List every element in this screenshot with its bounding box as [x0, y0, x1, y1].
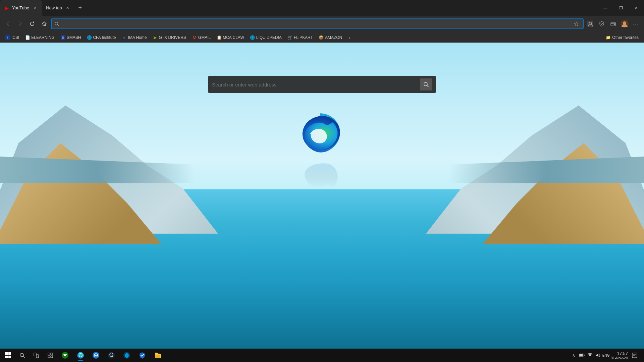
ima-label: IMA Home — [128, 35, 147, 40]
bookmark-liquidpedia[interactable]: 🌐 LIQUIDPEDIA — [248, 33, 284, 42]
task-view-button[interactable] — [30, 349, 43, 362]
taskbar-search-button[interactable] — [15, 349, 29, 362]
taskbar-xbox[interactable] — [58, 349, 72, 362]
steam-icon — [108, 352, 115, 359]
language-icon[interactable]: ENG — [603, 352, 609, 359]
taskbar-steam[interactable] — [104, 349, 119, 362]
xbox-icon — [61, 352, 69, 359]
mca-label: MCA CLAW — [223, 35, 244, 40]
notification-button[interactable] — [629, 349, 640, 362]
address-bar-container[interactable] — [51, 18, 584, 29]
page-search-bar — [208, 76, 436, 93]
svg-marker-2 — [574, 22, 578, 26]
tab-youtube[interactable]: ▶ YouTube ✕ — [0, 0, 42, 16]
flipkart-icon: 🛒 — [288, 35, 292, 40]
svg-line-1 — [58, 25, 59, 26]
gtx-icon: ▶ — [153, 35, 157, 40]
bookmark-amazon[interactable]: 📦 AMAZON — [316, 33, 345, 42]
smash-icon: S — [61, 35, 65, 40]
widgets-button[interactable] — [44, 349, 57, 362]
address-actions — [572, 20, 580, 28]
tab-youtube-close[interactable]: ✕ — [32, 5, 38, 11]
taskbar-files[interactable] — [150, 349, 165, 362]
taskbar-edge[interactable] — [73, 349, 88, 362]
svg-line-17 — [23, 356, 24, 358]
bookmarks-overflow-button[interactable]: › — [345, 33, 354, 42]
svg-rect-34 — [584, 355, 584, 356]
bookmark-cfa[interactable]: 🌐 CFA Institute — [84, 33, 118, 42]
taskbar-battlenet[interactable] — [119, 349, 134, 362]
other-favorites-button[interactable]: 📁 Other favorites — [603, 33, 641, 42]
gmail-label: GMAIL — [198, 35, 211, 40]
maximize-button[interactable]: ❐ — [613, 3, 629, 13]
bookmark-gmail[interactable]: M GMAIL — [190, 33, 213, 42]
cfa-label: CFA Institute — [93, 35, 116, 40]
search-icon — [54, 21, 59, 26]
wallet-button[interactable] — [608, 18, 619, 29]
clock-date: 01-Nov-20 — [611, 356, 628, 360]
svg-rect-32 — [155, 355, 160, 358]
bookmark-ima[interactable]: ● IMA Home — [119, 33, 149, 42]
edge-logo-wrap — [295, 110, 349, 167]
forward-button[interactable] — [15, 18, 25, 29]
cfa-icon: 🌐 — [87, 35, 92, 40]
gtx-label: GTX DRIVERS — [159, 35, 186, 40]
cortana-icon — [92, 352, 100, 359]
new-tab-button[interactable]: + — [75, 3, 86, 13]
close-button[interactable]: ✕ — [629, 3, 644, 13]
taskbar: ∧ ENG 17:57 01-No — [0, 349, 644, 362]
taskbar-cortana[interactable] — [89, 349, 103, 362]
other-favorites-label: Other favorites — [612, 35, 639, 40]
address-input[interactable] — [62, 21, 570, 26]
back-button[interactable] — [3, 18, 13, 29]
tab-newtab[interactable]: New tab ✕ — [42, 0, 75, 16]
bookmark-gtx[interactable]: ▶ GTX DRIVERS — [150, 33, 189, 42]
svg-rect-19 — [36, 355, 39, 358]
system-tray-expand[interactable]: ∧ — [571, 352, 577, 359]
taskbar-right: ∧ ENG 17:57 01-No — [571, 349, 643, 362]
bookmarks-bar: I ICSI 📄 ELEARNING S SMASH 🌐 CFA Institu… — [0, 32, 644, 43]
start-button[interactable] — [1, 349, 15, 362]
bookmark-flipkart[interactable]: 🛒 FLIPKART — [285, 33, 316, 42]
liquidpedia-label: LIQUIDPEDIA — [256, 35, 282, 40]
tab-newtab-close[interactable]: ✕ — [65, 5, 71, 11]
minimize-button[interactable]: — — [598, 3, 613, 13]
amazon-label: AMAZON — [325, 35, 342, 40]
amazon-icon: 📦 — [319, 35, 324, 40]
volume-icon[interactable] — [595, 352, 601, 359]
home-button[interactable] — [39, 18, 50, 29]
bookmark-smash[interactable]: S SMASH — [58, 33, 84, 42]
battery-icon[interactable] — [579, 352, 585, 359]
wifi-indicator — [587, 353, 593, 358]
page-search-button[interactable] — [420, 78, 432, 90]
svg-rect-12 — [5, 352, 8, 355]
battlenet-icon — [123, 352, 130, 359]
bookmark-icsi[interactable]: I ICSI — [3, 33, 22, 42]
page-search-icon — [423, 82, 429, 87]
svg-point-28 — [95, 355, 97, 356]
smash-label: SMASH — [67, 35, 81, 40]
svg-point-25 — [77, 352, 84, 359]
avatar-button[interactable] — [619, 18, 630, 29]
titlebar: ▶ YouTube ✕ New tab ✕ + — ❐ ✕ — [0, 0, 644, 16]
svg-rect-14 — [5, 356, 8, 358]
svg-rect-18 — [34, 353, 36, 356]
page-search-input[interactable] — [212, 82, 417, 87]
bookmark-mca[interactable]: 📋 MCA CLAW — [214, 33, 247, 42]
profile-button[interactable] — [585, 18, 596, 29]
settings-menu-button[interactable]: ··· — [631, 18, 641, 29]
svg-rect-23 — [51, 356, 53, 358]
taskbar-clock[interactable]: 17:57 01-Nov-20 — [611, 351, 628, 360]
liquidpedia-icon: 🌐 — [250, 35, 255, 40]
edge-logo — [295, 110, 345, 160]
favorites-star-button[interactable] — [572, 20, 580, 28]
widgets-icon — [48, 353, 53, 358]
refresh-button[interactable] — [27, 18, 38, 29]
tab-newtab-label: New tab — [46, 5, 62, 10]
youtube-favicon: ▶ — [4, 5, 9, 11]
svg-rect-22 — [48, 356, 50, 358]
network-icon[interactable] — [587, 352, 593, 359]
shield-button[interactable] — [596, 18, 607, 29]
taskbar-shield[interactable] — [135, 349, 150, 362]
bookmark-elearning[interactable]: 📄 ELEARNING — [22, 33, 57, 42]
